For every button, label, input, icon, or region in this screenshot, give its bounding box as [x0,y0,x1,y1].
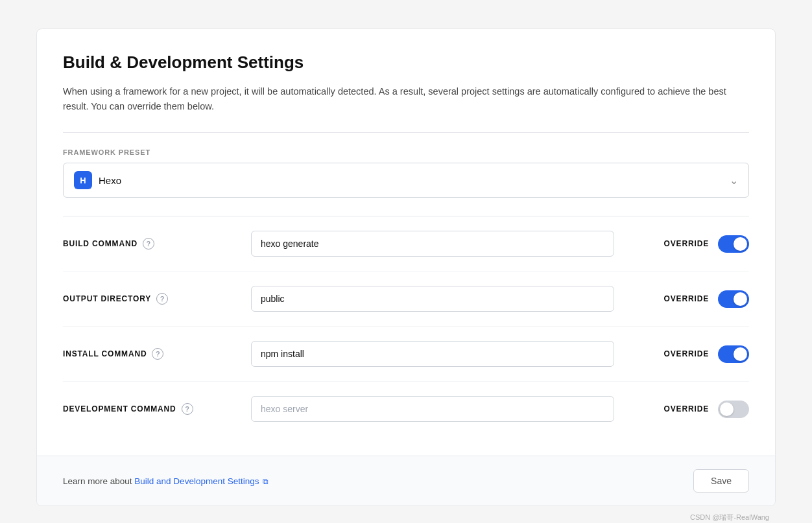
external-link-icon: ⧉ [263,477,269,486]
output-directory-toggle-track [718,290,749,308]
install-command-toggle-track [718,345,749,363]
framework-preset-select[interactable]: H Hexo ⌄ [63,163,749,198]
footer-learn-more-text: Learn more about [63,476,134,486]
output-directory-input-col [251,286,634,312]
output-directory-toggle-thumb [734,292,747,306]
chevron-down-icon: ⌄ [730,174,738,187]
development-command-override-label: OVERRIDE [664,404,709,413]
build-command-toggle[interactable] [718,235,749,253]
build-command-override-col: OVERRIDE [652,235,749,253]
install-command-toggle[interactable] [718,345,749,363]
development-command-toggle-thumb [720,402,734,416]
install-command-input[interactable] [251,341,614,367]
setting-row-build-command: BUILD COMMAND ? OVERRIDE [63,216,749,272]
page-title: Build & Development Settings [63,52,749,73]
build-command-input-col [251,231,634,257]
setting-row-development-command: DEVELOPMENT COMMAND ? OVERRIDE [63,382,749,436]
install-command-override-col: OVERRIDE [652,345,749,363]
development-command-toggle-track [718,401,749,418]
install-command-input-col [251,341,634,367]
build-command-override-label: OVERRIDE [664,239,709,248]
page-description: When using a framework for a new project… [63,84,749,114]
setting-label-col-development: DEVELOPMENT COMMAND ? [63,403,251,415]
setting-row-output-directory: OUTPUT DIRECTORY ? OVERRIDE [63,272,749,327]
footer-link[interactable]: Build and Development Settings [134,476,259,486]
card-footer: Learn more about Build and Development S… [37,456,775,506]
setting-label-col-install: INSTALL COMMAND ? [63,348,251,360]
output-directory-override-col: OVERRIDE [652,290,749,308]
output-directory-label: OUTPUT DIRECTORY [63,294,151,303]
watermark: CSDN @瑞哥-RealWang [36,509,776,522]
setting-row-install-command: INSTALL COMMAND ? OVERRIDE [63,327,749,382]
development-command-toggle[interactable] [718,401,749,418]
build-command-input[interactable] [251,231,614,257]
build-command-toggle-track [718,235,749,253]
install-command-label: INSTALL COMMAND [63,349,147,358]
output-directory-help-icon[interactable]: ? [156,293,168,305]
setting-label-col-output: OUTPUT DIRECTORY ? [63,293,251,305]
build-command-label: BUILD COMMAND [63,239,137,248]
hexo-icon: H [74,171,92,189]
build-command-help-icon[interactable]: ? [143,238,154,250]
development-command-help-icon[interactable]: ? [182,403,193,415]
framework-name: Hexo [99,175,121,186]
footer-text: Learn more about Build and Development S… [63,476,269,486]
install-command-help-icon[interactable]: ? [152,348,163,360]
card-body: Build & Development Settings When using … [37,29,775,456]
settings-card: Build & Development Settings When using … [36,29,776,506]
development-command-input-col [251,396,634,422]
development-command-label: DEVELOPMENT COMMAND [63,404,176,413]
output-directory-input[interactable] [251,286,614,312]
output-directory-toggle[interactable] [718,290,749,308]
development-command-input[interactable] [251,396,614,422]
framework-preset-label: FRAMEWORK PRESET [63,148,749,156]
setting-label-col-build: BUILD COMMAND ? [63,238,251,250]
framework-select-left: H Hexo [74,171,121,189]
divider-1 [63,132,749,133]
install-command-override-label: OVERRIDE [664,349,709,358]
development-command-override-col: OVERRIDE [652,401,749,418]
install-command-toggle-thumb [734,347,747,361]
build-command-toggle-thumb [734,237,747,251]
save-button[interactable]: Save [693,469,749,493]
output-directory-override-label: OVERRIDE [664,294,709,303]
